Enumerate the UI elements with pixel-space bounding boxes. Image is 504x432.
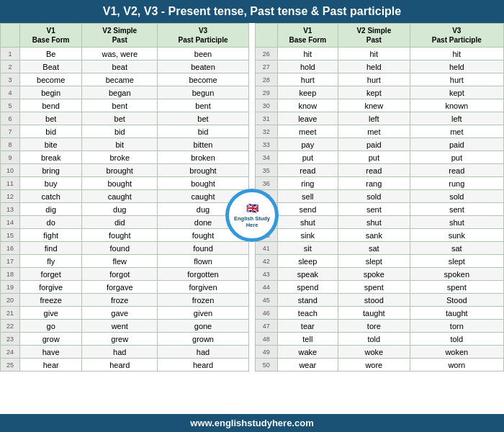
right-table-body: 26 hit hit hit 27 hold held held 28 hurt… [256,48,504,372]
row-number: 34 [256,151,278,164]
row-number: 45 [256,294,278,307]
right-v1-header: V1Base Form [277,24,338,48]
table-row: 46 teach taught taught [256,307,504,320]
table-row: 10 bring brought brought [1,164,249,177]
v3-cell: rung [410,177,503,190]
table-row: 30 know knew known [256,99,504,112]
v3-cell: known [410,99,503,112]
v1-cell: hurt [277,73,338,86]
v1-cell: freeze [19,294,82,307]
row-number: 17 [1,255,20,268]
v2-cell: had [82,346,158,359]
v2-cell: wore [338,359,410,372]
v1-cell: spend [277,281,338,294]
right-header-row: V1Base Form V2 SimplePast V3Past Partici… [256,24,504,48]
table-row: 15 fight fought fought [1,229,249,242]
v1-cell: tell [277,333,338,346]
left-table-section: V1Base Form V2 SimplePast V3Past Partici… [0,23,249,418]
table-row: 36 ring rang rung [256,177,504,190]
left-verb-table: V1Base Form V2 SimplePast V3Past Partici… [0,23,249,372]
row-number: 21 [1,307,20,320]
v3-cell: paid [410,138,503,151]
table-row: 17 fly flew flown [1,255,249,268]
v2-cell: tore [338,320,410,333]
row-number: 44 [256,281,278,294]
v3-cell: grown [158,333,249,346]
v2-cell: caught [82,190,158,203]
table-row: 40 sink sank sunk [256,229,504,242]
row-number: 32 [256,125,278,138]
row-number: 30 [256,99,278,112]
table-row: 45 stand stood Stood [256,294,504,307]
v1-cell: send [277,203,338,216]
v3-cell: met [410,125,503,138]
v1-cell: hit [277,48,338,60]
row-number: 6 [1,112,20,125]
right-v2-header: V2 SimplePast [338,24,410,48]
table-row: 21 give gave given [1,307,249,320]
v1-cell: have [19,346,82,359]
v1-cell: speak [277,268,338,281]
row-number: 33 [256,138,278,151]
row-number: 5 [1,99,20,112]
v2-cell: knew [338,99,410,112]
v3-cell: Stood [410,294,503,307]
v2-cell: forgot [82,268,158,281]
v3-cell: begun [158,86,249,99]
v1-cell: shut [277,216,338,229]
row-number: 4 [1,86,20,99]
table-row: 4 begin began begun [1,86,249,99]
v1-cell: sell [277,190,338,203]
row-number: 26 [256,48,278,60]
table-row: 13 dig dug dug [1,203,249,216]
left-v2-header: V2 SimplePast [82,24,158,48]
row-number: 20 [1,294,20,307]
table-row: 44 spend spent spent [256,281,504,294]
v2-cell: met [338,125,410,138]
table-row: 23 grow grew grown [1,333,249,346]
table-row: 50 wear wore worn [256,359,504,372]
v3-cell: frozen [158,294,249,307]
v1-cell: Beat [19,60,82,73]
right-num-header [256,24,278,48]
flag-icon: 🇬🇧 [246,202,258,214]
v2-cell: left [338,112,410,125]
v3-cell: bought [158,177,249,190]
right-verb-table: V1Base Form V2 SimplePast V3Past Partici… [255,23,504,372]
row-number: 22 [1,320,20,333]
v1-cell: meet [277,125,338,138]
table-row: 6 bet bet bet [1,112,249,125]
v3-cell: gone [158,320,249,333]
v2-cell: hit [338,48,410,60]
row-number: 23 [1,333,20,346]
v3-cell: flown [158,255,249,268]
v3-cell: left [410,112,503,125]
v1-cell: ring [277,177,338,190]
v3-cell: put [410,151,503,164]
table-row: 27 hold held held [256,60,504,73]
v1-cell: forgive [19,281,82,294]
row-number: 29 [256,86,278,99]
v2-cell: read [338,164,410,177]
v1-cell: fly [19,255,82,268]
v2-cell: went [82,320,158,333]
row-number: 47 [256,320,278,333]
v2-cell: held [338,60,410,73]
row-number: 49 [256,346,278,359]
table-row: 9 break broke broken [1,151,249,164]
table-row: 49 wake woke woken [256,346,504,359]
v1-cell: wake [277,346,338,359]
row-number: 8 [1,138,20,151]
row-number: 9 [1,151,20,164]
footer: www.englishstudyhere.com [0,414,504,432]
table-row: 11 buy bought bought [1,177,249,190]
v1-cell: bet [19,112,82,125]
v2-cell: heard [82,359,158,372]
table-row: 42 sleep slept slept [256,255,504,268]
v3-cell: held [410,60,503,73]
v1-cell: sleep [277,255,338,268]
v3-cell: beaten [158,60,249,73]
table-row: 29 keep kept kept [256,86,504,99]
table-row: 2 Beat beat beaten [1,60,249,73]
v1-cell: buy [19,177,82,190]
